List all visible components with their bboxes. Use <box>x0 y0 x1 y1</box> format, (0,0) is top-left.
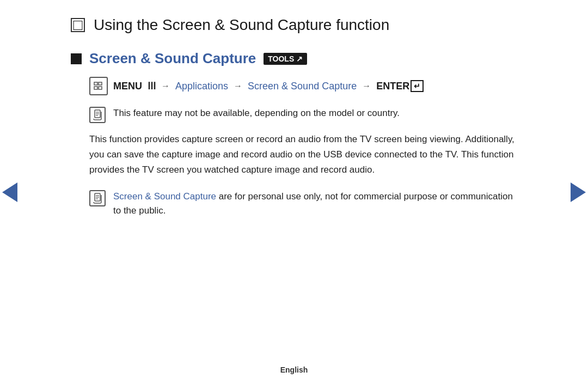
note-text-1: This feature may not be available, depen… <box>113 106 400 120</box>
black-square-icon <box>71 53 82 64</box>
footer: English <box>0 365 588 374</box>
right-arrow-icon <box>571 182 586 202</box>
menu-arrow-2: → <box>234 81 242 91</box>
menu-icon <box>89 77 108 95</box>
footer-language: English <box>280 365 308 374</box>
tools-label: TOOLS <box>268 54 294 63</box>
page-title-text: Using the Screen & Sound Capture functio… <box>94 16 389 34</box>
svg-rect-3 <box>99 87 102 89</box>
note-row-1: This feature may not be available, depen… <box>89 106 517 123</box>
menu-arrow-3: → <box>362 81 371 91</box>
note-icon-1 <box>89 107 106 123</box>
section-title: Screen & Sound Capture <box>89 50 256 67</box>
note2-link: Screen & Sound Capture <box>113 191 216 202</box>
menu-label: MENU <box>113 81 142 92</box>
body-text: This function provides capture screen or… <box>89 132 517 178</box>
svg-rect-0 <box>94 82 97 85</box>
note-row-2: Screen & Sound Capture are for personal … <box>89 190 517 217</box>
checkbox-icon: □ <box>71 18 85 32</box>
svg-rect-2 <box>94 87 97 89</box>
enter-label: ENTER <box>376 81 409 92</box>
note-text-2: Screen & Sound Capture are for personal … <box>113 190 517 217</box>
enter-box-icon: ↵ <box>411 80 424 92</box>
tools-symbol: ↗ <box>296 54 303 63</box>
note-icon-2 <box>89 190 106 206</box>
tools-badge: TOOLS↗ <box>264 53 307 65</box>
menu-screen-sound: Screen & Sound Capture <box>248 81 357 92</box>
nav-arrow-right[interactable] <box>568 179 588 206</box>
menu-suffix: ⅠⅠⅠ <box>148 80 156 92</box>
menu-applications: Applications <box>175 81 228 92</box>
enter-button: ENTER↵ <box>376 80 424 92</box>
section-header: Screen & Sound Capture TOOLS↗ <box>71 50 517 67</box>
page-title: □ Using the Screen & Sound Capture funct… <box>71 16 517 34</box>
left-arrow-icon <box>2 182 17 202</box>
svg-rect-1 <box>99 82 102 85</box>
menu-path: MENU ⅠⅠⅠ → Applications → Screen & Sound… <box>89 77 517 95</box>
menu-arrow-1: → <box>161 81 170 91</box>
nav-arrow-left[interactable] <box>0 179 20 206</box>
